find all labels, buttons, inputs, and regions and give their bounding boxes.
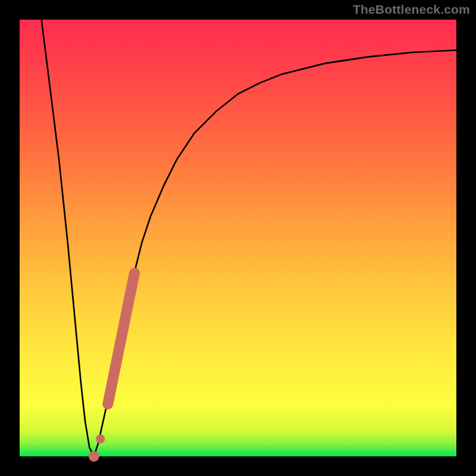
chart-frame: TheBottleneck.com bbox=[0, 0, 476, 476]
highlight-segment bbox=[108, 273, 134, 404]
plot-area bbox=[20, 20, 456, 456]
watermark-label: TheBottleneck.com bbox=[353, 2, 470, 17]
curve-svg bbox=[20, 20, 456, 456]
highlight-dot-1 bbox=[96, 434, 105, 443]
highlight-dot-2 bbox=[89, 451, 99, 462]
bottleneck-curve bbox=[42, 20, 456, 456]
